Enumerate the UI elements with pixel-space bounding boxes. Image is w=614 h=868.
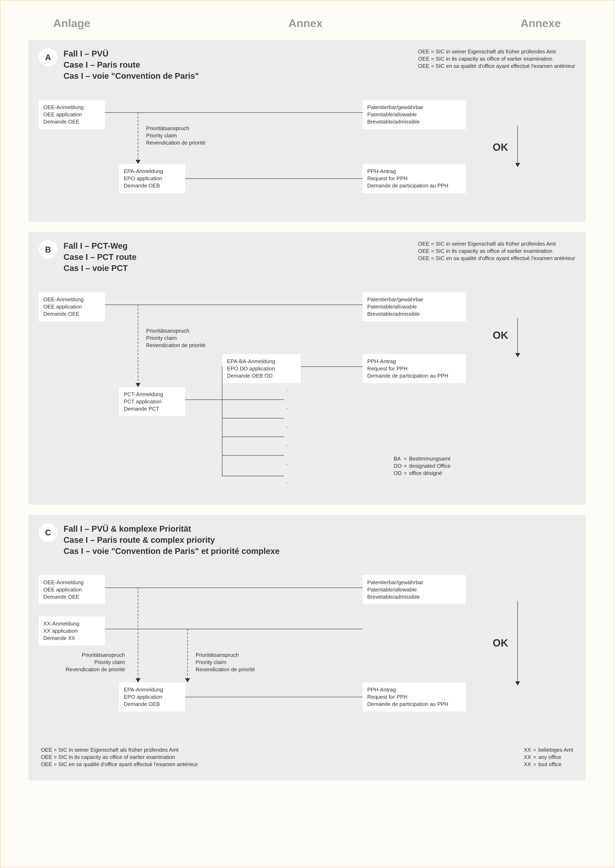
panel-a-diagram: OEE-Anmeldung OEE application Demande OE… (39, 94, 575, 209)
panel-a-titles: Fall I – PVÜ Case I – Paris route Cas I … (64, 48, 199, 81)
header-fr: Annexe (521, 17, 561, 29)
oee-defs-footer: OEE = SIC in seiner Eigenschaft als früh… (41, 746, 198, 768)
epo-app-box: EPA-Anmeldung EPO application Demande OE… (119, 164, 185, 193)
panel-c-diagram: OEE-Anmeldung OEE application Demande OE… (39, 569, 575, 738)
pct-app-box: PCT-Anmeldung PCT application Demande PC… (119, 387, 185, 416)
panel-b-title-de: Fall I – PCT-Weg (64, 240, 136, 251)
panel-c-footnotes: OEE = SIC in seiner Eigenschaft als früh… (39, 746, 575, 768)
panel-c-titles: Fall I – PVÜ & komplexe Priorität Case I… (64, 523, 280, 556)
xx-app-box: XX-Anmeldung XX application Demande XX (39, 616, 105, 645)
panel-b-titles: Fall I – PCT-Weg Case I – PCT route Cas … (64, 240, 136, 274)
panel-a-title-en: Case I – Paris route (64, 59, 199, 70)
pph-box: PPH-Antrag Request for PPH Demande de pa… (363, 354, 466, 383)
pph-box: PPH-Antrag Request for PPH Demande de pa… (363, 164, 466, 193)
priority-label-1: Prioritätsanspruch Priority claim Revend… (65, 651, 125, 673)
oee-app-box: OEE-Anmeldung OEE application Demande OE… (39, 100, 105, 129)
page-header: Anlage Annex Annexe (28, 17, 586, 40)
panel-b-diagram: OEE-Anmeldung OEE application Demande OE… (39, 286, 575, 492)
ok-label: OK (493, 141, 508, 153)
panel-b-legend: OEE = SIC in seiner Eigenschaft als früh… (418, 240, 575, 262)
pph-box: PPH-Antrag Request for PPH Demande de pa… (363, 682, 466, 711)
priority-label: Prioritätsanspruch Priority claim Revend… (146, 327, 205, 349)
ok-label: OK (493, 637, 508, 649)
ba-defs: BA=Bestimmungsamt DO=designated Office O… (394, 455, 451, 477)
epo-app-box: EPA-Anmeldung EPO application Demande OE… (119, 682, 185, 711)
oee-def-de: OEE = SIC in seiner Eigenschaft als früh… (418, 48, 575, 55)
panel-b-title-en: Case I – PCT route (64, 251, 136, 262)
header-en: Annex (288, 17, 322, 29)
panel-a-title-fr: Cas I – voie "Convention de Paris" (64, 70, 199, 81)
oee-def-en: OEE = SIC in its capacity as office of e… (418, 55, 575, 62)
priority-label-2: Prioritätsanspruch Priority claim Revend… (196, 651, 255, 673)
epo-do-box: EPA-BA-Anmeldung EPO DO application Dema… (222, 354, 301, 383)
panel-b-badge: B (39, 240, 58, 259)
panel-a: A Fall I – PVÜ Case I – Paris route Cas … (28, 40, 586, 222)
panel-c-badge: C (39, 523, 58, 542)
panel-b: B Fall I – PCT-Weg Case I – PCT route Ca… (28, 232, 586, 505)
header-de: Anlage (53, 17, 90, 29)
oee-app-box: OEE-Anmeldung OEE application Demande OE… (39, 292, 105, 321)
oee-app-box: OEE-Anmeldung OEE application Demande OE… (39, 575, 105, 604)
ok-label: OK (493, 329, 508, 341)
panel-a-legend: OEE = SIC in seiner Eigenschaft als früh… (418, 48, 575, 70)
panel-c-title-fr: Cas I – voie "Convention de Paris" et pr… (64, 546, 280, 556)
panel-c-title-en: Case I – Paris route & complex priority (64, 534, 280, 546)
panel-a-title-de: Fall I – PVÜ (64, 48, 199, 59)
patentable-box: Patentierbar/gewährbar Patentable/allowa… (363, 100, 466, 129)
patentable-box: Patentierbar/gewährbar Patentable/allowa… (363, 575, 466, 604)
panel-a-badge: A (39, 48, 58, 67)
panel-c: C Fall I – PVÜ & komplexe Priorität Case… (28, 515, 586, 780)
patentable-box: Patentierbar/gewährbar Patentable/allowa… (363, 292, 466, 321)
priority-label: Prioritätsanspruch Priority claim Revend… (146, 125, 205, 146)
panel-c-title-de: Fall I – PVÜ & komplexe Priorität (64, 523, 280, 534)
xx-defs: XX=beliebiges Amt XX=any office XX=tout … (524, 746, 573, 768)
panel-b-title-fr: Cas I – voie PCT (64, 262, 136, 274)
oee-def-fr: OEE = SIC en sa qualité d'office ayant e… (418, 62, 575, 70)
